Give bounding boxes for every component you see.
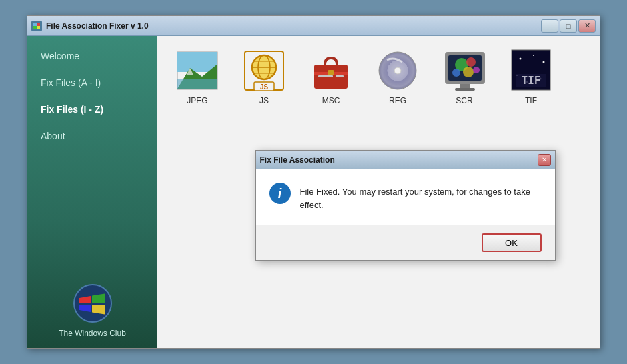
title-bar: File Association Fixer v 1.0 — □ ✕ [27, 16, 600, 36]
dialog-title: Fix File Association [260, 155, 335, 165]
sidebar-item-welcome[interactable]: Welcome [27, 43, 157, 69]
dialog-message: File Fixed. You may restart your system,… [300, 183, 542, 211]
content-area: Welcome Fix Files (A - I) Fix Files (I -… [27, 36, 600, 348]
close-button[interactable]: ✕ [578, 19, 596, 33]
sidebar-logo: The Windows Club [27, 273, 157, 348]
dialog-overlay: Fix File Association ✕ i File Fixed. You… [157, 36, 600, 348]
dialog-title-bar: Fix File Association ✕ [256, 151, 555, 169]
window-controls: — □ ✕ [541, 19, 596, 33]
windows-logo-icon [73, 283, 113, 323]
sidebar-item-fix-a-i[interactable]: Fix Files (A - I) [27, 69, 157, 96]
svg-rect-1 [37, 23, 40, 26]
sidebar: Welcome Fix Files (A - I) Fix Files (I -… [27, 36, 157, 348]
dialog-body: i File Fixed. You may restart your syste… [256, 169, 555, 225]
main-content: JPEG [157, 36, 600, 348]
dialog-close-button[interactable]: ✕ [538, 154, 551, 166]
sidebar-item-about[interactable]: About [27, 123, 157, 149]
info-icon: i [269, 183, 291, 204]
sidebar-item-fix-i-z[interactable]: Fix Files (I - Z) [27, 96, 157, 123]
dialog-ok-button[interactable]: OK [482, 233, 542, 252]
svg-rect-2 [33, 26, 37, 29]
svg-rect-3 [37, 26, 40, 29]
app-icon [31, 21, 42, 31]
app-title: File Association Fixer v 1.0 [46, 21, 149, 31]
dialog-footer: OK [256, 225, 555, 260]
svg-rect-0 [33, 23, 37, 26]
dialog-message-row: i File Fixed. You may restart your syste… [269, 183, 542, 211]
title-bar-left: File Association Fixer v 1.0 [31, 21, 149, 31]
sidebar-logo-text: The Windows Club [59, 329, 126, 338]
minimize-button[interactable]: — [541, 19, 558, 33]
sidebar-nav: Welcome Fix Files (A - I) Fix Files (I -… [27, 36, 157, 273]
fix-file-dialog: Fix File Association ✕ i File Fixed. You… [255, 150, 556, 261]
main-window: File Association Fixer v 1.0 — □ ✕ Welco… [27, 15, 600, 349]
maximize-button[interactable]: □ [560, 19, 577, 33]
